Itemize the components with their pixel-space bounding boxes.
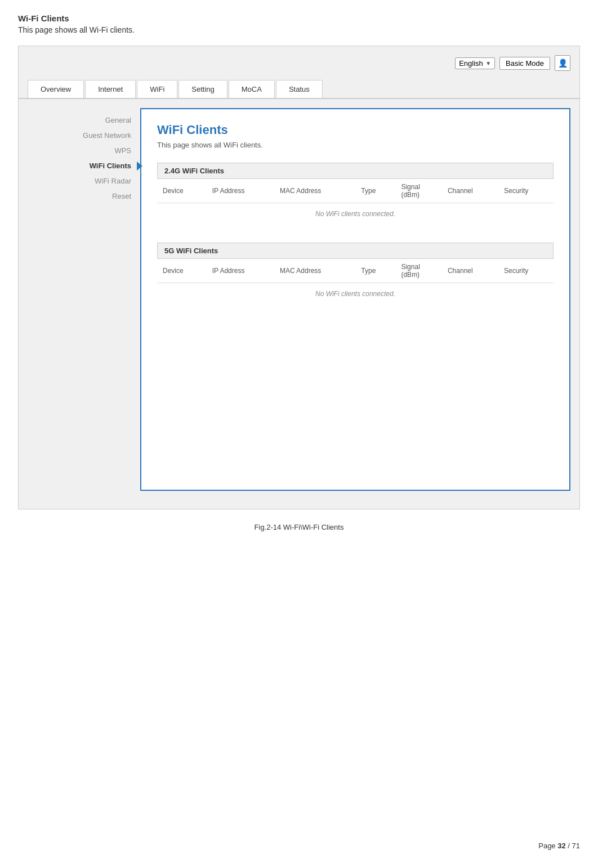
nav-tab-overview[interactable]: Overview	[28, 80, 84, 98]
client-section-5g: 5G WiFi ClientsDeviceIP AddressMAC Addre…	[157, 243, 554, 305]
client-sections: 2.4G WiFi ClientsDeviceIP AddressMAC Add…	[157, 163, 554, 305]
sidebar-item-wifi-radar[interactable]: WiFi Radar	[28, 173, 140, 189]
sidebar-item-general[interactable]: General	[28, 113, 140, 128]
panel-description: This page shows all WiFi clients.	[157, 141, 554, 149]
user-icon-button[interactable]: 👤	[555, 55, 570, 71]
page-label: Page	[538, 842, 557, 850]
basic-mode-button[interactable]: Basic Mode	[499, 57, 550, 70]
sidebar-item-reset[interactable]: Reset	[28, 189, 140, 204]
language-selector-wrapper[interactable]: English ▼	[455, 57, 495, 69]
nav-tabs: OverviewInternetWiFiSettingMoCAStatus	[19, 78, 579, 99]
section-header-2g: 2.4G WiFi Clients	[157, 163, 554, 179]
sidebar-item-wifi-clients[interactable]: WiFi Clients	[28, 158, 140, 173]
no-clients-5g: No WiFi clients connected.	[157, 283, 554, 305]
content-panel: WiFi Clients This page shows all WiFi cl…	[140, 108, 570, 491]
sidebar-item-wps[interactable]: WPS	[28, 143, 140, 158]
col-header-5g-1: IP Address	[207, 259, 274, 283]
col-header-2g-4: Signal(dBm)	[395, 179, 442, 203]
col-header-5g-5: Channel	[442, 259, 498, 283]
doc-title: Wi-Fi Clients	[18, 14, 580, 23]
col-header-2g-5: Channel	[442, 179, 498, 203]
panel-title: WiFi Clients	[157, 123, 554, 137]
sidebar: GeneralGuest NetworkWPSWiFi ClientsWiFi …	[28, 108, 140, 491]
current-page: 32	[557, 842, 565, 850]
nav-tab-setting[interactable]: Setting	[178, 80, 227, 98]
doc-subtitle: This page shows all Wi-Fi clients.	[18, 25, 580, 34]
page-number: Page 32 / 71	[0, 842, 598, 850]
client-section-2g: 2.4G WiFi ClientsDeviceIP AddressMAC Add…	[157, 163, 554, 225]
col-header-2g-2: MAC Address	[274, 179, 355, 203]
language-select[interactable]: English	[459, 59, 491, 68]
col-header-5g-2: MAC Address	[274, 259, 355, 283]
col-header-5g-0: Device	[157, 259, 207, 283]
user-icon: 👤	[558, 59, 568, 68]
col-header-5g-4: Signal(dBm)	[395, 259, 442, 283]
top-bar: English ▼ Basic Mode 👤	[19, 55, 579, 78]
col-header-5g-6: Security	[498, 259, 554, 283]
nav-tab-moca[interactable]: MoCA	[229, 80, 275, 98]
router-ui: English ▼ Basic Mode 👤 OverviewInternetW…	[18, 46, 580, 509]
nav-tab-internet[interactable]: Internet	[85, 80, 136, 98]
col-header-5g-3: Type	[355, 259, 395, 283]
sidebar-item-guest-network[interactable]: Guest Network	[28, 128, 140, 143]
client-table-2g: DeviceIP AddressMAC AddressTypeSignal(dB…	[157, 179, 554, 225]
col-header-2g-0: Device	[157, 179, 207, 203]
col-header-2g-1: IP Address	[207, 179, 274, 203]
no-clients-2g: No WiFi clients connected.	[157, 203, 554, 225]
total-pages: 71	[572, 842, 580, 850]
section-header-5g: 5G WiFi Clients	[157, 243, 554, 259]
page-separator: /	[566, 842, 572, 850]
nav-tab-wifi[interactable]: WiFi	[137, 80, 177, 98]
figure-caption: Fig.2-14 Wi-Fi\Wi-Fi Clients	[18, 523, 580, 531]
nav-tab-status[interactable]: Status	[276, 80, 323, 98]
main-area: GeneralGuest NetworkWPSWiFi ClientsWiFi …	[19, 99, 579, 500]
col-header-2g-3: Type	[355, 179, 395, 203]
client-table-5g: DeviceIP AddressMAC AddressTypeSignal(dB…	[157, 259, 554, 305]
col-header-2g-6: Security	[498, 179, 554, 203]
